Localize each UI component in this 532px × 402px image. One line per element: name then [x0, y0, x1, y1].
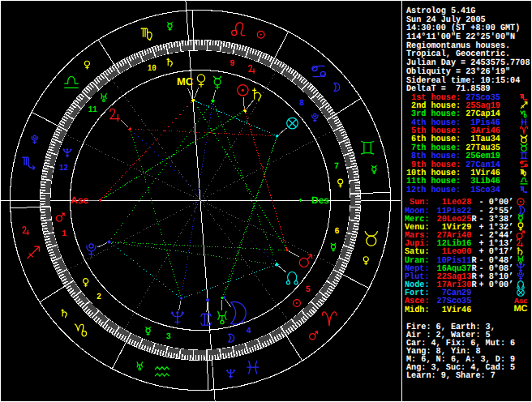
svg-text:10: 10	[148, 64, 157, 74]
svg-text:3: 3	[166, 332, 171, 342]
svg-text:1: 1	[62, 229, 66, 239]
svg-text:5: 5	[306, 285, 311, 295]
svg-text:Asc: Asc	[71, 195, 88, 206]
svg-text:1Sco34: 1Sco34	[466, 186, 500, 195]
svg-text:12th house:: 12th house:	[406, 186, 461, 195]
svg-text:9: 9	[230, 59, 234, 69]
svg-text:2: 2	[97, 293, 101, 302]
svg-text:1Vir46: 1Vir46	[437, 306, 472, 315]
svg-text:4: 4	[247, 327, 251, 336]
svg-text:8: 8	[299, 99, 304, 109]
svg-text:Midh:: Midh:	[405, 306, 430, 315]
svg-text:Learn: 9, Share: 7: Learn: 9, Share: 7	[406, 371, 496, 381]
svg-text:R: R	[471, 280, 476, 290]
svg-text:R: R	[471, 215, 476, 225]
svg-text:+ 0°00’: + 0°00’	[479, 280, 514, 290]
svg-text:12: 12	[59, 164, 68, 173]
svg-text:Des: Des	[311, 195, 329, 206]
svg-text:6: 6	[335, 227, 340, 237]
svg-text:7: 7	[334, 162, 339, 172]
svg-text:MC: MC	[177, 75, 194, 88]
svg-text:MC: MC	[513, 304, 527, 314]
svg-text:11: 11	[88, 105, 97, 115]
